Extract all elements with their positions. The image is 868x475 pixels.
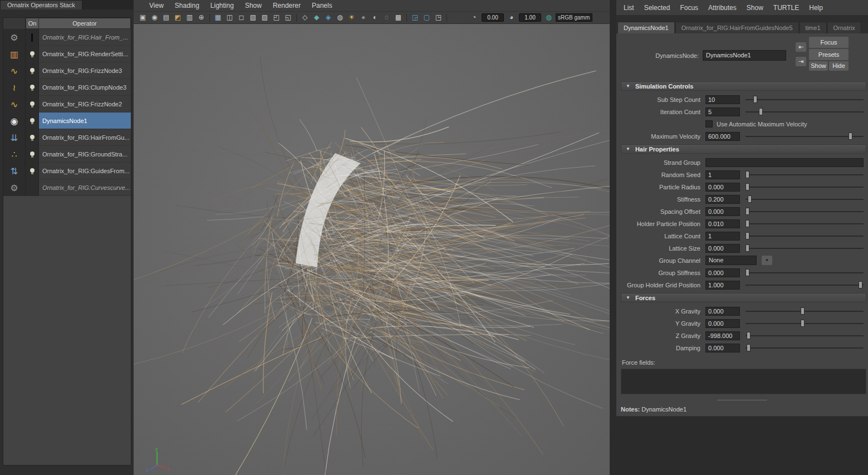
input-z-gravity[interactable]: -998.000 bbox=[705, 331, 740, 340]
wireframe-icon[interactable]: ◇ bbox=[300, 13, 310, 22]
presets-button[interactable]: Presets bbox=[809, 49, 849, 60]
safe-title-icon[interactable]: ◱ bbox=[283, 13, 293, 22]
operator-enabled-toggle[interactable] bbox=[26, 179, 39, 196]
slider-handle[interactable] bbox=[849, 133, 852, 140]
operator-row-ornatrix-for-rig-frizznode2[interactable]: ∿Ornatrix_for_RIG:FrizzNode2 bbox=[3, 96, 131, 112]
dropdown-group-channel[interactable]: None bbox=[705, 256, 757, 265]
slider-handle[interactable] bbox=[746, 244, 749, 252]
slider-handle[interactable] bbox=[747, 344, 751, 351]
operator-row-ornatrix-for-rig-frizznode3[interactable]: ∿Ornatrix_for_RIG:FrizzNode3 bbox=[3, 62, 131, 79]
section-header-hair-properties[interactable]: ▼Hair Properties bbox=[621, 144, 866, 154]
viewport-menu-lighting[interactable]: Lighting bbox=[205, 0, 239, 11]
ae-menu-show[interactable]: Show bbox=[742, 4, 768, 12]
xray-icon[interactable]: ▢ bbox=[421, 13, 432, 22]
smooth-shade-icon[interactable]: ◆ bbox=[311, 13, 322, 22]
slider-handle[interactable] bbox=[746, 171, 749, 178]
slider-group-holder-grid-position[interactable] bbox=[746, 281, 864, 290]
input-lattice-count[interactable]: 1 bbox=[705, 232, 740, 241]
shadows-icon[interactable]: ● bbox=[358, 13, 369, 22]
operator-row-ornatrix-for-rig-clumpnode3[interactable]: ≀Ornatrix_for_RIG:ClumpNode3 bbox=[3, 79, 131, 96]
slider-handle[interactable] bbox=[746, 220, 749, 227]
ae-menu-list[interactable]: List bbox=[619, 4, 639, 12]
input-group-holder-grid-position[interactable]: 1.000 bbox=[705, 281, 740, 290]
ae-menu-turtle[interactable]: TURTLE bbox=[768, 4, 804, 12]
use-default-material-icon[interactable]: ◍ bbox=[335, 13, 345, 22]
slider-sub-step-count[interactable] bbox=[746, 95, 864, 104]
ae-tab-ornatrix[interactable]: Ornatrix bbox=[827, 22, 861, 33]
input-particle-radius[interactable]: 0.000 bbox=[705, 183, 740, 192]
slider-lattice-count[interactable] bbox=[746, 232, 864, 241]
slider-z-gravity[interactable] bbox=[746, 331, 864, 340]
slider-handle[interactable] bbox=[759, 108, 763, 115]
slider-handle[interactable] bbox=[801, 320, 805, 327]
textured-icon[interactable]: ◈ bbox=[323, 13, 334, 22]
slider-handle[interactable] bbox=[746, 232, 749, 239]
slider-lattice-size[interactable] bbox=[746, 244, 864, 253]
input-connection-icon[interactable]: ⇤ bbox=[796, 42, 806, 52]
input-lattice-size[interactable]: 0.000 bbox=[705, 244, 740, 253]
camera-attributes-icon[interactable]: ▤ bbox=[161, 13, 171, 22]
section-header-simulation-controls[interactable]: ▼Simulation Controls bbox=[621, 81, 866, 91]
operator-enabled-toggle[interactable] bbox=[26, 112, 39, 129]
ae-tab-dynamicsnode1[interactable]: DynamicsNode1 bbox=[617, 22, 675, 33]
show-button[interactable]: Show bbox=[809, 61, 828, 71]
input-random-seed[interactable]: 1 bbox=[705, 170, 740, 179]
slider-spacing-offset[interactable] bbox=[746, 207, 864, 216]
operator-row-dynamicsnode1[interactable]: ◉DynamicsNode1 bbox=[3, 112, 131, 129]
ae-tab-time1[interactable]: time1 bbox=[800, 22, 827, 33]
gamma-field[interactable]: 1.00 bbox=[519, 13, 541, 22]
hide-button[interactable]: Hide bbox=[829, 61, 849, 71]
node-name-input[interactable]: DynamicsNode1 bbox=[703, 50, 786, 61]
operator-row-ornatrix-for-rig-groundstra[interactable]: ∴Ornatrix_for_RIG:GroundStra... bbox=[3, 146, 131, 163]
resolution-gate-icon[interactable]: ◻ bbox=[236, 13, 247, 22]
column-header-operator[interactable]: Operator bbox=[39, 18, 131, 29]
slider-handle[interactable] bbox=[746, 208, 749, 215]
colorspace-dropdown[interactable]: sRGB gamm bbox=[556, 13, 592, 22]
input-iteration-count[interactable]: 5 bbox=[705, 107, 740, 116]
slider-holder-particle-position[interactable] bbox=[746, 219, 864, 228]
ae-menu-focus[interactable]: Focus bbox=[675, 4, 703, 12]
operator-row-ornatrix-for-rig-guidesfrom[interactable]: ⇅Ornatrix_for_RIG:GuidesFrom... bbox=[3, 163, 131, 179]
operator-row-ornatrix-for-rig-hairfromgu[interactable]: ⇊Ornatrix_for_RIG:HairFromGu... bbox=[3, 129, 131, 146]
image-plane-icon[interactable]: ▥ bbox=[184, 13, 195, 22]
field-chart-icon[interactable]: ▨ bbox=[259, 13, 270, 22]
slider-damping[interactable] bbox=[746, 344, 864, 352]
color-management-icon[interactable]: ◍ bbox=[543, 13, 554, 22]
dropdown-arrow-icon[interactable]: ▼ bbox=[762, 256, 772, 265]
operator-row-ornatrix-for-rig-curvescurve[interactable]: ⚙Ornatrix_for_RIG:Curvescurve... bbox=[3, 179, 131, 196]
input-x-gravity[interactable]: 0.000 bbox=[705, 307, 740, 316]
film-gate-icon[interactable]: ◫ bbox=[224, 13, 235, 22]
viewport-menu-renderer[interactable]: Renderer bbox=[267, 0, 306, 11]
operators-stack-tab[interactable]: Ornatrix Operators Stack bbox=[0, 0, 82, 9]
operator-enabled-toggle[interactable] bbox=[26, 79, 39, 96]
operator-enabled-toggle[interactable] bbox=[26, 96, 39, 112]
slider-handle[interactable] bbox=[747, 332, 751, 339]
gamma-icon[interactable]: ◕ bbox=[506, 13, 517, 22]
slider-handle[interactable] bbox=[859, 281, 862, 288]
input-stiffness[interactable]: 0.200 bbox=[705, 195, 740, 204]
viewport-menu-show[interactable]: Show bbox=[239, 0, 267, 11]
slider-handle[interactable] bbox=[801, 307, 805, 315]
isolate-select-icon[interactable]: ◲ bbox=[410, 13, 420, 22]
slider-x-gravity[interactable] bbox=[746, 307, 864, 316]
wireframe-on-shaded-icon[interactable]: ◳ bbox=[433, 13, 444, 22]
panel-splitter[interactable] bbox=[610, 0, 616, 475]
input-sub-step-count[interactable]: 10 bbox=[705, 95, 740, 104]
operator-enabled-toggle[interactable] bbox=[26, 46, 39, 62]
slider-particle-radius[interactable] bbox=[746, 183, 864, 192]
ae-tab-ornatrix-for-rig-hairfromguidesnode5[interactable]: Ornatrix_for_RIG:HairFromGuidesNode5 bbox=[675, 22, 799, 33]
input-spacing-offset[interactable]: 0.000 bbox=[705, 207, 740, 216]
exposure-field[interactable]: 0.00 bbox=[482, 13, 504, 22]
select-camera-icon[interactable]: ▣ bbox=[138, 13, 148, 22]
operator-enabled-toggle[interactable] bbox=[26, 29, 39, 46]
input-damping[interactable]: 0.000 bbox=[705, 344, 740, 352]
output-connection-icon[interactable]: ⇥ bbox=[796, 57, 806, 66]
lock-camera-icon[interactable]: ◉ bbox=[149, 13, 160, 22]
input-holder-particle-position[interactable]: 0.010 bbox=[705, 219, 740, 228]
slider-handle[interactable] bbox=[753, 96, 757, 103]
exposure-icon[interactable]: ◔ bbox=[469, 13, 479, 22]
operator-enabled-toggle[interactable] bbox=[26, 129, 39, 146]
input-y-gravity[interactable]: 0.000 bbox=[705, 319, 740, 328]
slider-random-seed[interactable] bbox=[746, 170, 864, 179]
force-fields-list[interactable] bbox=[621, 369, 866, 394]
